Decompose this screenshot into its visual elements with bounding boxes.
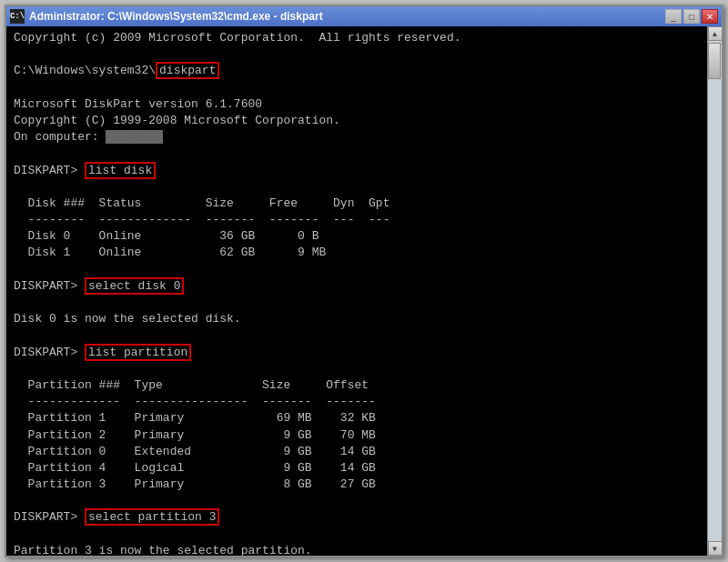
scroll-thumb[interactable] bbox=[708, 43, 721, 79]
part3-row: Partition 3 Primary 8 GB 27 GB bbox=[14, 477, 700, 493]
select-partition-prompt: DISKPART> select partition 3 bbox=[14, 509, 700, 526]
select-disk-prompt: DISKPART> select disk 0 bbox=[14, 278, 700, 295]
cmd-diskpart: diskpart bbox=[156, 62, 219, 79]
part-table-header: Partition ### Type Size Offset bbox=[14, 377, 700, 394]
diskpart-version: Microsoft DiskPart version 6.1.7600 bbox=[14, 96, 700, 113]
ms-copyright: Copyright (C) 1999-2008 Microsoft Corpor… bbox=[14, 113, 700, 129]
cmd-window: C:\ Administrator: C:\Windows\System32\c… bbox=[5, 5, 723, 557]
blank-1 bbox=[14, 46, 700, 63]
terminal-output[interactable]: Copyright (c) 2009 Microsoft Corporation… bbox=[6, 26, 707, 556]
disk-table-sep: -------- ------------- ------- ------- -… bbox=[14, 212, 700, 228]
part4-row: Partition 4 Logical 9 GB 14 GB bbox=[14, 460, 700, 477]
part1-row: Partition 1 Primary 69 MB 32 KB bbox=[14, 410, 700, 427]
disk-selected-msg: Disk 0 is now the selected disk. bbox=[14, 311, 700, 327]
cmd-list-disk: list disk bbox=[85, 162, 156, 179]
disk-table-header: Disk ### Status Size Free Dyn Gpt bbox=[14, 196, 700, 212]
disk1-row: Disk 1 Online 62 GB 9 MB bbox=[14, 245, 700, 261]
blank-5 bbox=[14, 262, 700, 278]
part2-row: Partition 2 Primary 9 GB 70 MB bbox=[14, 427, 700, 444]
blank-2 bbox=[14, 80, 700, 96]
title-bar: C:\ Administrator: C:\Windows\System32\c… bbox=[6, 6, 722, 26]
scrollbar[interactable]: ▲ ▼ bbox=[707, 26, 722, 556]
part0-row: Partition 0 Extended 9 GB 14 GB bbox=[14, 444, 700, 460]
diskpart-prompt-line: C:\Windows\system32\diskpart bbox=[14, 63, 700, 79]
blank-7 bbox=[14, 327, 700, 344]
blank-8 bbox=[14, 361, 700, 377]
blank-9 bbox=[14, 493, 700, 509]
blank-3 bbox=[14, 146, 700, 162]
blank-10 bbox=[14, 527, 700, 543]
close-button[interactable]: ✕ bbox=[702, 9, 718, 24]
scroll-track[interactable] bbox=[708, 41, 722, 541]
part-table-sep: ------------- ---------------- ------- -… bbox=[14, 394, 700, 410]
scroll-down-button[interactable]: ▼ bbox=[708, 541, 723, 556]
cmd-select-partition: select partition 3 bbox=[85, 508, 219, 526]
list-disk-prompt: DISKPART> list disk bbox=[14, 163, 700, 179]
prompt-path: C:\Windows\system32\ bbox=[14, 64, 156, 77]
scroll-up-button[interactable]: ▲ bbox=[708, 26, 723, 41]
copyright-line: Copyright (c) 2009 Microsoft Corporation… bbox=[14, 30, 700, 46]
content-area: Copyright (c) 2009 Microsoft Corporation… bbox=[6, 26, 722, 556]
cmd-icon: C:\ bbox=[10, 9, 25, 24]
window-controls: _ □ ✕ bbox=[665, 9, 718, 24]
blank-6 bbox=[14, 295, 700, 311]
on-computer: On computer: XXXXXXXX bbox=[14, 129, 700, 146]
cmd-list-partition: list partition bbox=[85, 344, 191, 361]
disk0-row: Disk 0 Online 36 GB 0 B bbox=[14, 228, 700, 245]
blank-4 bbox=[14, 179, 700, 196]
minimize-button[interactable]: _ bbox=[665, 9, 682, 24]
partition-selected-msg: Partition 3 is now the selected partitio… bbox=[14, 543, 700, 556]
window-title: Administrator: C:\Windows\System32\cmd.e… bbox=[29, 10, 323, 23]
title-bar-left: C:\ Administrator: C:\Windows\System32\c… bbox=[10, 9, 323, 24]
cmd-select-disk: select disk 0 bbox=[85, 277, 184, 295]
maximize-button[interactable]: □ bbox=[683, 9, 700, 24]
list-partition-prompt: DISKPART> list partition bbox=[14, 345, 700, 361]
